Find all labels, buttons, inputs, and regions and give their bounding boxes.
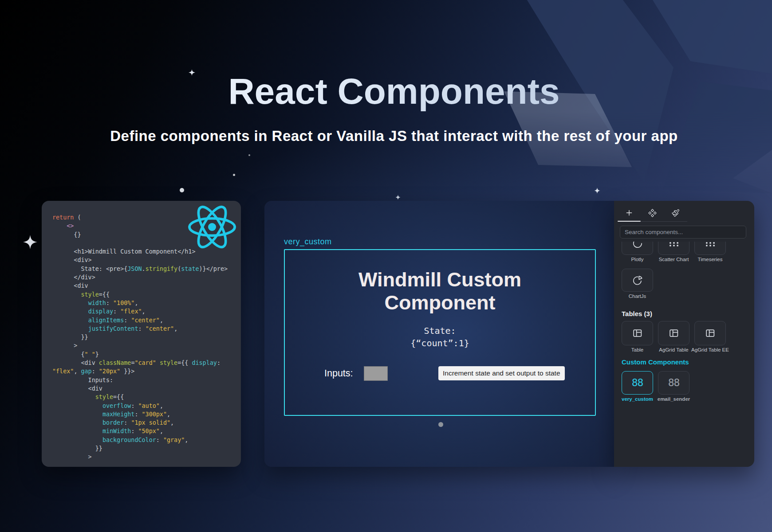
custom-components-section-header: Custom Components (622, 358, 752, 366)
hero-header: React Components Define components in Re… (8, 0, 772, 145)
page-background: React Components Define components in Re… (0, 0, 772, 532)
component-tile-aggrid-table[interactable] (658, 321, 689, 345)
component-cell: Table (622, 321, 653, 353)
inputs-label: Inputs: (324, 367, 353, 380)
sparkle-dot (233, 174, 235, 176)
state-label: State: (285, 325, 595, 337)
scatter-dots-icon (705, 242, 716, 249)
component-cell: Plotly (622, 242, 653, 263)
table-icon (632, 328, 643, 339)
inputs-value-box (364, 366, 388, 381)
component-tile-label: Plotly (622, 257, 656, 263)
plotly-chart-icon (632, 242, 643, 249)
component-cell: Scatter Chart (658, 242, 689, 263)
page-title: React Components (8, 71, 772, 112)
charts-row-clipped: PlotlyScatter ChartTimeseries (622, 242, 752, 263)
active-tab-underline (618, 221, 641, 222)
component-tile-label: ChartJs (622, 293, 656, 300)
increment-button[interactable]: Increment state and set output to state (438, 366, 565, 380)
component-tile-plotly[interactable] (622, 242, 653, 255)
state-value: {“count”:1} (285, 337, 595, 349)
component-tile-scatter-chart[interactable] (658, 242, 689, 255)
component-tile-label: email_sender (655, 396, 693, 403)
components-sidebar: PlotlyScatter ChartTimeseries ChartJs Ta… (614, 201, 754, 467)
sparkle-star-icon (594, 188, 600, 194)
table-icon (668, 328, 679, 339)
code-panel: return ( <> {} <h1>Windmill Custom Compo… (42, 201, 241, 467)
page-subtitle: Define components in React or Vanilla JS… (8, 128, 772, 145)
component-tile-label: Scatter Chart (655, 257, 693, 263)
tab-insert[interactable] (618, 204, 641, 221)
component-tile-label: very_custom (622, 396, 656, 403)
component-tile-chartjs[interactable] (622, 269, 653, 292)
tables-section-header: Tables (3) (622, 310, 752, 317)
component-tile-timeseries[interactable] (694, 242, 726, 255)
pie-chart-icon (632, 274, 643, 286)
component-tile-very-custom[interactable]: 88 (622, 371, 653, 395)
component-tile-label: Table (622, 347, 656, 353)
component-cell: AgGrid Table EE (694, 321, 726, 353)
sparkle-dot (248, 154, 250, 156)
component-cell: AgGrid Table (658, 321, 689, 353)
sparkle-dot (180, 188, 184, 192)
component-list: PlotlyScatter ChartTimeseries ChartJs Ta… (622, 242, 752, 465)
components-icon (648, 209, 657, 217)
sidebar-tabs (618, 204, 687, 221)
brush-icon (671, 209, 680, 217)
tables-row: TableAgGrid TableAgGrid Table EE (622, 321, 752, 353)
component-tile-label: AgGrid Table EE (691, 347, 729, 353)
scatter-dots-icon (668, 242, 680, 249)
component-tile-label: AgGrid Table (655, 347, 693, 353)
custom-component-icon: 88 (632, 377, 643, 388)
custom-components-row: 88very_custom88email_sender (622, 371, 752, 403)
component-cell: 88very_custom (622, 371, 653, 403)
selected-component-label: very_custom (284, 237, 332, 246)
component-tile-aggrid-table-ee[interactable] (694, 321, 726, 345)
app-canvas: very_custom Windmill Custom Component St… (264, 201, 614, 467)
sparkle-star-icon (23, 235, 37, 249)
component-tile-label: Timeseries (691, 257, 729, 263)
tab-style[interactable] (664, 204, 687, 221)
custom-component-icon: 88 (668, 377, 680, 388)
code-snippet: return ( <> {} <h1>Windmill Custom Compo… (52, 213, 238, 462)
component-cell: 88email_sender (658, 371, 689, 403)
component-tile-table[interactable] (622, 321, 653, 345)
selected-component-very-custom[interactable]: Windmill Custom Component State: {“count… (284, 249, 596, 416)
tab-components[interactable] (641, 204, 664, 221)
table-icon (705, 328, 716, 339)
component-cell: Timeseries (694, 242, 726, 263)
component-cell: ChartJs (622, 269, 653, 300)
sparkle-star-icon (395, 195, 401, 200)
component-state: State: {“count”:1} (285, 325, 595, 349)
component-tile-email-sender[interactable]: 88 (658, 371, 689, 395)
charts-row: ChartJs (622, 269, 752, 300)
component-heading: Windmill Custom Component (285, 268, 595, 314)
resize-handle-dot[interactable] (438, 422, 443, 427)
search-components-input[interactable] (620, 226, 746, 239)
plus-icon (625, 209, 633, 217)
